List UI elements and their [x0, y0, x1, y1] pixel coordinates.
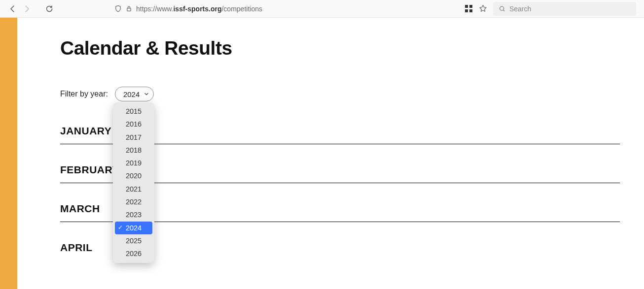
year-option-2025[interactable]: 2025: [113, 234, 154, 247]
year-dropdown: 2015201620172018201920202021202220232024…: [113, 102, 154, 263]
apps-icon[interactable]: [465, 5, 473, 13]
year-option-2022[interactable]: 2022: [113, 195, 154, 208]
page-wrapper: Calendar & Results Filter by year: 2024 …: [0, 18, 644, 289]
year-option-2020[interactable]: 2020: [113, 169, 154, 182]
url-text: https://www.issf-sports.org/competitions: [136, 5, 262, 13]
svg-rect-0: [127, 8, 131, 11]
year-select[interactable]: 2024: [115, 87, 154, 101]
chevron-down-icon: [144, 92, 149, 96]
year-option-2021[interactable]: 2021: [113, 183, 154, 195]
arrow-left-icon: [9, 5, 17, 13]
nav-buttons: [4, 4, 58, 14]
address-bar[interactable]: https://www.issf-sports.org/competitions: [114, 5, 440, 13]
page-title: Calendar & Results: [60, 37, 644, 59]
year-option-2023[interactable]: 2023: [113, 208, 154, 221]
browser-search-box[interactable]: [493, 2, 636, 16]
filter-row: Filter by year: 2024 2015201620172018201…: [60, 87, 644, 101]
main-content: Calendar & Results Filter by year: 2024 …: [17, 18, 644, 289]
year-option-2026[interactable]: 2026: [113, 247, 154, 260]
year-select-wrapper: 2024 20152016201720182019202020212022202…: [115, 87, 154, 101]
year-option-2016[interactable]: 2016: [113, 118, 154, 130]
bookmark-star-icon[interactable]: [479, 4, 487, 13]
year-option-2024[interactable]: 2024: [115, 222, 152, 234]
year-option-2017[interactable]: 2017: [113, 131, 154, 144]
shield-icon: [114, 5, 122, 12]
browser-search-input[interactable]: [509, 5, 630, 13]
year-select-value: 2024: [123, 90, 140, 98]
forward-button[interactable]: [22, 4, 32, 14]
browser-right-controls: [465, 2, 636, 16]
reload-button[interactable]: [44, 4, 54, 14]
year-option-2019[interactable]: 2019: [113, 157, 154, 169]
side-accent-bar: [0, 18, 17, 289]
back-button[interactable]: [8, 4, 18, 14]
svg-point-1: [500, 6, 504, 10]
filter-label: Filter by year:: [60, 90, 108, 98]
arrow-right-icon: [23, 5, 31, 13]
search-icon: [499, 5, 505, 12]
browser-toolbar: https://www.issf-sports.org/competitions: [0, 0, 644, 18]
reload-icon: [45, 5, 53, 13]
lock-icon: [126, 5, 132, 12]
year-option-2018[interactable]: 2018: [113, 144, 154, 157]
year-option-2015[interactable]: 2015: [113, 105, 154, 118]
